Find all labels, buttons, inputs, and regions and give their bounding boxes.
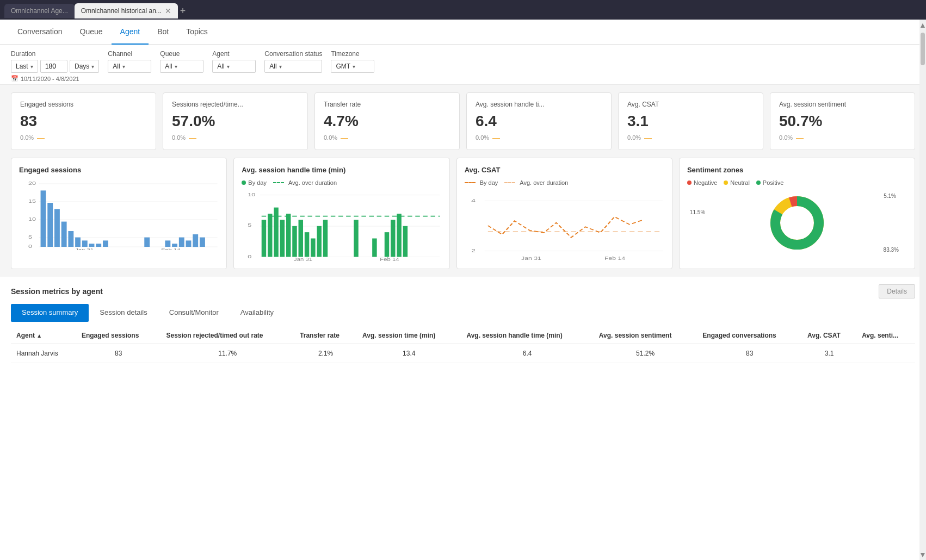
chevron-down-icon: ▾ (227, 64, 230, 70)
sort-icon-agent[interactable]: ▲ (36, 333, 42, 339)
positive-pct: 5.1% (884, 193, 896, 199)
svg-rect-65 (403, 226, 408, 257)
svg-rect-25 (144, 238, 150, 247)
channel-filter: Channel All ▾ (108, 50, 151, 73)
chevron-down-icon: ▾ (30, 64, 33, 70)
sentiment-donut-svg (767, 190, 827, 256)
svg-rect-45 (280, 220, 285, 257)
browser-tab-1[interactable]: Omnichannel Age... (4, 4, 75, 18)
svg-rect-62 (385, 232, 389, 257)
tab-bot[interactable]: Bot (149, 20, 177, 45)
col-agent[interactable]: Agent ▲ (11, 327, 76, 344)
tab-conversation[interactable]: Conversation (9, 20, 71, 45)
cell-agent: Hannah Jarvis (11, 344, 76, 363)
trend-icon-3: — (492, 133, 500, 142)
sub-tabs: Session summary Session details Consult/… (11, 304, 915, 322)
metric-value-3: 6.4 (476, 113, 602, 130)
svg-text:10: 10 (28, 216, 36, 222)
metric-footer-2: 0.0% — (324, 133, 450, 142)
duration-unit-select[interactable]: Days ▾ (70, 60, 99, 73)
channel-label: Channel (108, 50, 151, 58)
tab-queue[interactable]: Queue (71, 20, 112, 45)
metric-title-2: Transfer rate (324, 101, 450, 108)
svg-text:5: 5 (28, 234, 32, 240)
svg-rect-19 (103, 240, 108, 247)
tab-topics[interactable]: Topics (177, 20, 217, 45)
browser-tab-2[interactable]: Omnichannel historical an... ✕ (75, 3, 178, 18)
svg-rect-48 (299, 220, 303, 257)
sub-tab-availability[interactable]: Availability (230, 304, 285, 322)
svg-rect-29 (172, 244, 177, 247)
svg-text:0: 0 (28, 244, 32, 249)
close-tab-icon[interactable]: ✕ (165, 7, 171, 15)
chevron-down-icon: ▾ (91, 64, 94, 70)
channel-select[interactable]: All ▾ (108, 60, 151, 73)
svg-rect-49 (305, 232, 309, 257)
sentiment-zones-title: Sentiment zones (687, 166, 907, 174)
metric-footer-5: 0.0% — (779, 133, 906, 142)
metric-footer-1: 0.0% — (172, 133, 299, 142)
avg-handle-time-legend: By day Avg. over duration (242, 179, 441, 186)
tab-2-label: Omnichannel historical an... (81, 7, 162, 15)
tab-agent[interactable]: Agent (112, 20, 149, 45)
cell-avg-sentiment: 51.2% (594, 344, 697, 363)
calendar-icon: 📅 (11, 75, 18, 82)
svg-rect-16 (82, 240, 88, 247)
svg-rect-15 (75, 238, 81, 247)
svg-rect-30 (179, 238, 184, 247)
scrollbar[interactable]: ▲ ▼ (919, 20, 926, 560)
svg-rect-60 (372, 239, 376, 257)
svg-text:10: 10 (248, 191, 256, 197)
metric-card-0: Engaged sessions 83 0.0% — (11, 92, 156, 150)
duration-value-input[interactable] (40, 60, 67, 73)
svg-rect-11 (47, 203, 53, 247)
svg-point-79 (782, 208, 812, 238)
agent-filter: Agent All ▾ (212, 50, 256, 73)
scrollbar-thumb[interactable] (921, 33, 925, 65)
timezone-select[interactable]: GMT ▾ (331, 60, 374, 73)
metric-footer-0: 0.0% — (20, 133, 147, 142)
svg-text:Jan 31: Jan 31 (294, 257, 312, 261)
session-metrics-section: Session metrics by agent Details Session… (0, 277, 926, 560)
svg-rect-13 (61, 222, 67, 247)
sub-tab-session-details[interactable]: Session details (89, 304, 158, 322)
browser-tab-bar: Omnichannel Age... Omnichannel historica… (0, 0, 926, 20)
duration-preset-select[interactable]: Last ▾ (11, 60, 38, 73)
svg-text:2: 2 (471, 247, 476, 253)
metric-card-5: Avg. session sentiment 50.7% 0.0% — (770, 92, 915, 150)
sentiment-zones-chart: Sentiment zones Negative Neutral Positiv… (679, 158, 915, 269)
queue-select[interactable]: All ▾ (160, 60, 203, 73)
svg-rect-51 (317, 226, 322, 257)
col-session-rejected: Session rejected/timed out rate (160, 327, 294, 344)
engaged-sessions-chart: Engaged sessions 20 15 10 5 0 (11, 158, 227, 269)
metric-value-4: 3.1 (627, 113, 754, 130)
session-metrics-header: Session metrics by agent Details (11, 277, 915, 304)
metric-card-4: Avg. CSAT 3.1 0.0% — (618, 92, 763, 150)
conv-status-label: Conversation status (264, 50, 322, 58)
col-transfer-rate: Transfer rate (294, 327, 357, 344)
svg-rect-31 (186, 240, 192, 247)
duration-filter: Duration Last ▾ Days ▾ (11, 50, 99, 73)
metric-title-3: Avg. session handle ti... (476, 101, 602, 108)
svg-rect-64 (397, 214, 402, 257)
scroll-up-icon[interactable]: ▲ (918, 20, 926, 30)
cell-avg-session-time: 13.4 (357, 344, 461, 363)
svg-rect-43 (268, 214, 272, 257)
svg-rect-33 (200, 238, 205, 247)
conv-status-select[interactable]: All ▾ (264, 60, 322, 73)
new-tab-button[interactable]: + (180, 5, 186, 17)
scroll-down-icon[interactable]: ▼ (918, 549, 926, 560)
metric-footer-3: 0.0% — (476, 133, 602, 142)
svg-rect-47 (293, 226, 297, 257)
agent-select[interactable]: All ▾ (212, 60, 256, 73)
details-button[interactable]: Details (879, 284, 915, 298)
sub-tab-session-summary[interactable]: Session summary (11, 304, 89, 322)
svg-rect-17 (89, 244, 95, 247)
sub-tab-consult-monitor[interactable]: Consult/Monitor (158, 304, 230, 322)
agent-filter-label: Agent (212, 50, 256, 58)
metric-value-2: 4.7% (324, 113, 450, 130)
trend-icon-2: — (341, 133, 348, 142)
svg-text:Jan 31: Jan 31 (75, 247, 94, 250)
conv-status-filter: Conversation status All ▾ (264, 50, 322, 73)
metric-value-0: 83 (20, 113, 147, 130)
